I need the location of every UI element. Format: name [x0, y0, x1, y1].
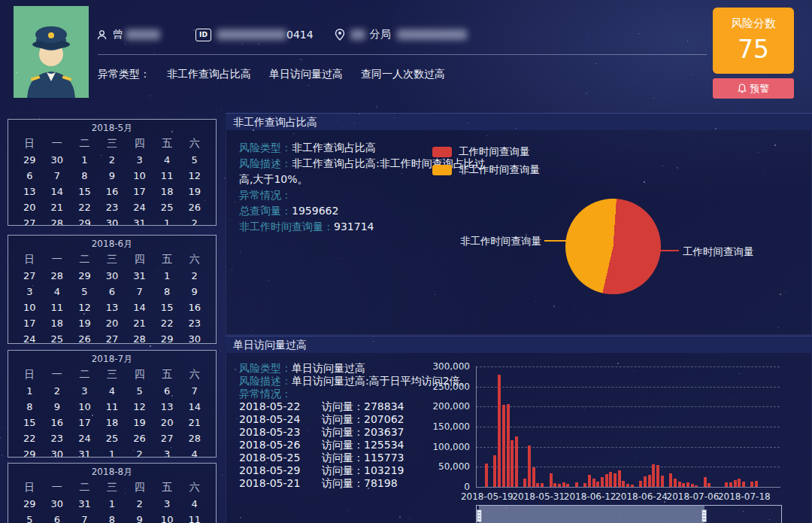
- star: [611, 236, 613, 238]
- weekday-label: 五: [153, 366, 181, 383]
- anomaly-type-tag-3[interactable]: 查同一人次数过高: [361, 68, 445, 81]
- calendar-month-title: 2018-5月: [8, 122, 216, 135]
- anomaly-date: 2018-05-25: [239, 452, 311, 464]
- id-number-suffix: 0414: [286, 29, 314, 41]
- calendar-day: 24: [126, 199, 153, 215]
- anomaly-type-tag-1[interactable]: 非工作查询占比高: [167, 68, 251, 81]
- info-value: 931714: [334, 220, 374, 233]
- gridline: [476, 467, 780, 467]
- star: [237, 418, 238, 419]
- star: [304, 144, 305, 144]
- star: [531, 488, 532, 489]
- bar: [541, 483, 544, 487]
- star: [696, 516, 697, 517]
- calendar-day: 9: [126, 512, 153, 523]
- star: [157, 271, 158, 272]
- bar: [532, 467, 535, 487]
- legend-item[interactable]: 非工作时间查询量: [432, 161, 540, 179]
- calendar-day: 2: [180, 268, 208, 284]
- star: [220, 351, 221, 351]
- bar: [605, 474, 608, 487]
- anomaly-visits-label: 访问量：: [322, 439, 364, 451]
- calendar-day: 10: [153, 512, 181, 523]
- calendar-day: 30: [180, 331, 208, 344]
- gridline: [476, 427, 780, 427]
- risk-score-label: 风险分数: [713, 17, 794, 31]
- calendar-panel: 2018-8月日一二三四五六2930311234567891011: [8, 463, 217, 523]
- calendar-panel: 2018-6月日一二三四五六27282930311234567891011121…: [8, 235, 217, 344]
- gridline: [476, 406, 780, 407]
- star: [79, 36, 80, 37]
- weekday-label: 六: [180, 135, 208, 152]
- anomaly-date: 2018-05-22: [239, 400, 311, 413]
- gridline: [476, 387, 780, 388]
- anomaly-visits-value: 103219: [364, 464, 404, 476]
- calendar-day: 1: [98, 496, 126, 512]
- star: [171, 395, 173, 397]
- legend-item[interactable]: 工作时间查询量: [432, 143, 540, 161]
- x-axis-line: [476, 487, 780, 488]
- star: [371, 481, 372, 482]
- datazoom-handle-right[interactable]: [701, 509, 707, 522]
- star: [224, 178, 225, 178]
- star: [638, 33, 639, 34]
- calendar-day: 4: [180, 496, 208, 512]
- calendar-day: 11: [98, 399, 126, 415]
- weekday-label: 日: [16, 135, 44, 152]
- pie-label-nonwork: 非工作时间查询量: [421, 235, 541, 248]
- bar: [507, 404, 510, 487]
- star: [410, 518, 411, 518]
- star: [364, 138, 365, 139]
- y-axis-tick-label: 0: [429, 482, 470, 492]
- star: [222, 475, 223, 476]
- star: [715, 128, 717, 129]
- star: [232, 269, 232, 270]
- calendar-day: 25: [44, 331, 71, 344]
- info-row: 非工作时间查询量：931714: [239, 219, 492, 235]
- calendar-month-title: 2018-7月: [8, 353, 216, 366]
- pie-leader-line-right: [657, 250, 679, 251]
- calendar-day: 26: [71, 331, 98, 344]
- datazoom-selection[interactable]: [479, 506, 704, 523]
- star: [154, 53, 155, 53]
- star: [526, 234, 527, 236]
- star: [785, 291, 786, 292]
- star: [16, 71, 17, 73]
- person-icon: [96, 29, 108, 41]
- bar: [550, 473, 553, 487]
- calendar-day: 28: [44, 215, 71, 226]
- star: [373, 341, 374, 342]
- calendar-day: 29: [16, 152, 44, 168]
- pie-chart[interactable]: [565, 199, 661, 294]
- risk-score-card: 风险分数 75: [713, 8, 794, 74]
- station-name: 分局: [370, 28, 391, 41]
- calendar-day: 8: [16, 399, 44, 415]
- pie-leader-line-left: [544, 240, 566, 242]
- star: [635, 457, 635, 458]
- anomaly-date: 2018-05-29: [239, 464, 311, 477]
- star: [109, 342, 110, 343]
- calendar-day: 2: [126, 446, 153, 458]
- star: [171, 447, 171, 448]
- calendar-day: 3: [126, 152, 153, 168]
- star: [27, 188, 28, 189]
- star: [587, 264, 588, 265]
- weekday-label: 一: [44, 251, 71, 268]
- info-row: 总查询量：1959662: [239, 203, 492, 219]
- star: [368, 488, 369, 489]
- anomaly-type-tag-2[interactable]: 单日访问量过高: [269, 68, 343, 81]
- alert-button[interactable]: 预警: [713, 78, 794, 99]
- calendar-day: 27: [16, 268, 44, 284]
- section-header-daily-visits: 单日访问量过高: [226, 336, 812, 353]
- star: [340, 143, 341, 144]
- pie-legend: 工作时间查询量非工作时间查询量: [432, 143, 540, 179]
- calendar-day: 31: [126, 215, 153, 226]
- calendar-day: 27: [98, 331, 126, 344]
- calendar-grid: 日一二三四五六2930311234567891011: [8, 479, 216, 523]
- bar: [485, 464, 488, 487]
- star: [0, 437, 1, 438]
- calendar-day: 21: [126, 315, 153, 331]
- datazoom-handle-left[interactable]: [477, 509, 482, 522]
- star: [553, 306, 555, 307]
- bar: [562, 482, 565, 487]
